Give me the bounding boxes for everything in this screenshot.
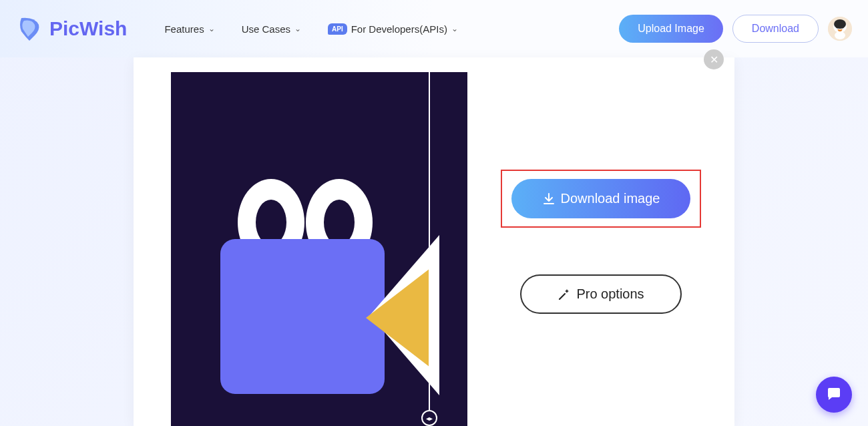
main: ✕ ◂▸ Do xyxy=(0,57,868,426)
close-button[interactable]: ✕ xyxy=(704,49,724,69)
nav-features-label: Features xyxy=(164,23,204,35)
chat-widget[interactable] xyxy=(816,377,852,413)
slider-arrows-icon: ◂▸ xyxy=(426,415,433,422)
upload-image-button[interactable]: Upload Image xyxy=(619,15,723,43)
result-panel: ✕ ◂▸ Do xyxy=(134,57,734,426)
logo-text: PicWish xyxy=(49,17,127,40)
chevron-down-icon: ⌄ xyxy=(208,24,215,33)
highlight-box: Download image xyxy=(501,170,702,228)
action-area: Download image Pro options xyxy=(467,57,734,426)
svg-point-5 xyxy=(835,31,845,39)
magic-wand-icon xyxy=(558,288,571,301)
download-image-button[interactable]: Download image xyxy=(511,179,691,218)
nav-developers-label: For Developers(APIs) xyxy=(351,23,447,35)
avatar[interactable] xyxy=(828,17,852,41)
image-preview: ◂▸ xyxy=(171,72,467,426)
comparison-slider-handle[interactable]: ◂▸ xyxy=(421,410,437,426)
character-camera xyxy=(220,239,385,394)
close-icon: ✕ xyxy=(710,53,718,66)
nav-developers[interactable]: API For Developers(APIs) ⌄ xyxy=(328,23,458,35)
nav-features[interactable]: Features ⌄ xyxy=(164,23,214,35)
nav: Features ⌄ Use Cases ⌄ API For Developer… xyxy=(164,23,457,35)
chevron-down-icon: ⌄ xyxy=(451,24,458,33)
download-button[interactable]: Download xyxy=(732,15,819,43)
svg-point-2 xyxy=(834,19,846,29)
nav-use-cases-label: Use Cases xyxy=(242,23,290,35)
pro-options-label: Pro options xyxy=(576,286,644,302)
header-right: Upload Image Download xyxy=(619,15,852,43)
api-badge-icon: API xyxy=(328,23,347,35)
download-icon xyxy=(542,192,556,206)
logo-icon xyxy=(16,15,43,42)
chat-icon xyxy=(825,386,843,403)
svg-point-4 xyxy=(841,25,844,29)
pro-options-button[interactable]: Pro options xyxy=(520,274,681,314)
logo[interactable]: PicWish xyxy=(16,15,127,42)
download-image-label: Download image xyxy=(561,191,660,206)
header: PicWish Features ⌄ Use Cases ⌄ API For D… xyxy=(0,0,868,57)
nav-use-cases[interactable]: Use Cases ⌄ xyxy=(242,23,301,35)
chevron-down-icon: ⌄ xyxy=(294,24,301,33)
comparison-slider-line xyxy=(429,72,430,426)
svg-point-3 xyxy=(836,25,839,29)
